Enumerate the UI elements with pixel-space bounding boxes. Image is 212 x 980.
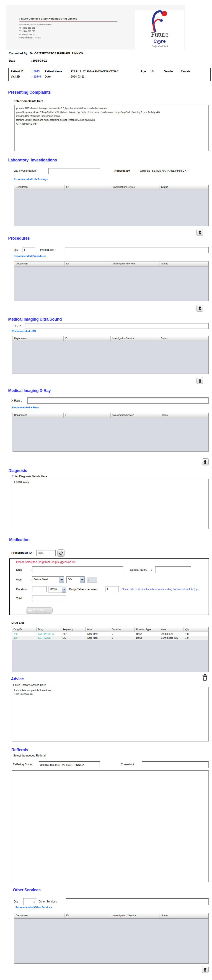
col-department: Department bbox=[13, 413, 64, 418]
referring-doctor-input[interactable] bbox=[39, 761, 100, 768]
drug-list-title: Drug List bbox=[11, 621, 24, 624]
logo-care-c: C bbox=[153, 38, 157, 44]
add-drug-button[interactable]: Add Drug bbox=[26, 607, 53, 614]
duration-input[interactable] bbox=[32, 586, 47, 592]
consultation-report-page: Future Care by Future Holdings (Pty) Lim… bbox=[0, 0, 212, 980]
col-department: Department bbox=[14, 261, 65, 266]
drug-row[interactable]: 760 AMOXYCILLIN BID After Meal 5 Day/s 5… bbox=[12, 632, 208, 636]
per-meal-input[interactable] bbox=[106, 586, 119, 592]
col-status: Status bbox=[159, 413, 208, 418]
complaints-subtitle: Enter Complaints Here bbox=[14, 100, 43, 103]
xray-delete-button[interactable] bbox=[202, 458, 209, 465]
col-id: ID bbox=[64, 336, 111, 341]
gender-cell: Gender:Female bbox=[164, 70, 190, 73]
consultant-input[interactable] bbox=[142, 761, 209, 768]
decimal-note: Please add as decimal numbers when addin… bbox=[122, 588, 202, 590]
patient-name-value: AYLAH LUCIANNA ANDIANNA CESAR bbox=[71, 70, 119, 73]
uss-input[interactable] bbox=[25, 323, 209, 329]
procedures-input[interactable] bbox=[65, 247, 209, 253]
col-investigation-service: Investigation/Service bbox=[111, 185, 160, 189]
advice-textarea[interactable]: 1. complete last prednisolone dose 2. D/… bbox=[12, 687, 209, 741]
col-status: Status bbox=[159, 336, 208, 341]
recommended-other-services-link[interactable]: Recommended Other Services bbox=[16, 906, 52, 908]
drug-input[interactable] bbox=[32, 566, 123, 573]
drug-label: Drug bbox=[16, 568, 22, 571]
consulted-by-row: Consulted By : Dr. ORITSETSETOS RAPHAEL … bbox=[9, 52, 84, 55]
xray-title: Medical Imaging X-Ray bbox=[8, 388, 51, 393]
plus-circle-icon bbox=[28, 609, 32, 612]
header-panel: Future Care by Future Holdings (Pty) Lim… bbox=[6, 5, 185, 49]
colon: : bbox=[31, 597, 32, 600]
company-title: Future Care by Future Holdings (Pty) Lim… bbox=[19, 17, 77, 20]
col-drug: Drug bbox=[37, 627, 61, 632]
special-notes-label: Special Notes bbox=[130, 568, 147, 571]
special-notes-input[interactable] bbox=[155, 566, 191, 573]
lab-delete-button[interactable] bbox=[196, 229, 203, 236]
xrays-input[interactable] bbox=[27, 398, 209, 404]
trash-icon bbox=[204, 460, 207, 464]
other-table-body bbox=[14, 919, 208, 963]
uss-label: USS : bbox=[14, 325, 21, 328]
recommended-procedures-link[interactable]: Recommended Procedures bbox=[14, 255, 46, 258]
lab-table-header: Department ID Investigation/Service Stat… bbox=[14, 185, 208, 190]
frequency-select-value: OD bbox=[67, 577, 80, 583]
col-qty: Qty bbox=[184, 627, 208, 632]
consultation-date: 2024-03-11 bbox=[32, 59, 47, 62]
referral-list-box[interactable] bbox=[12, 770, 209, 882]
age-cell: Age:0 bbox=[141, 70, 154, 73]
diagnosis-textarea[interactable]: 1. URTI, Atopy bbox=[12, 479, 209, 529]
consultation-date-row: Date: 2024-03-11 bbox=[9, 59, 47, 62]
refresh-prescription-button[interactable] bbox=[58, 549, 64, 557]
col-duration-type: Duration Type bbox=[135, 627, 159, 632]
referrals-title: Refferals bbox=[11, 748, 28, 752]
colon: : bbox=[151, 568, 152, 571]
procedures-delete-button[interactable] bbox=[196, 305, 203, 312]
col-id: ID bbox=[65, 261, 111, 266]
recommended-xrays-link[interactable]: Recommended X-Rays bbox=[12, 406, 39, 409]
col-investigation-service: Investigation/Service bbox=[111, 336, 159, 341]
complaints-textarea[interactable]: pt seen, FBC showed deranged eosinophils… bbox=[14, 105, 209, 151]
frequency-select[interactable]: OD bbox=[66, 576, 85, 583]
prescription-id-input[interactable] bbox=[37, 550, 56, 556]
uss-delete-button[interactable] bbox=[196, 377, 203, 384]
lab-investigation-input[interactable] bbox=[48, 168, 100, 174]
drug-table-header: Drug ID Drug Fequency Way Duration Durat… bbox=[12, 627, 208, 632]
recommended-uss-link[interactable]: Recommended USS bbox=[12, 330, 36, 332]
uss-table: Department ID Investigation/Service Stat… bbox=[13, 336, 209, 374]
col-drug-id: Drug ID bbox=[12, 627, 37, 632]
logo-care-re: re bbox=[161, 38, 166, 44]
patient-id-cell: Patient ID:5643 bbox=[11, 70, 40, 73]
company-logo: Future C♥re Body Mind Soul bbox=[135, 10, 184, 49]
col-investigation-service: Investigation/Service bbox=[111, 413, 159, 418]
col-duration: Duration bbox=[110, 627, 135, 632]
drug-row[interactable]: 300 CETRIZINE OD After Meal 6 Day/s 2.5m… bbox=[12, 636, 208, 640]
other-qty-label: Qty : bbox=[14, 900, 19, 903]
other-qty-input[interactable] bbox=[23, 898, 36, 905]
advice-title: Advice bbox=[11, 677, 24, 681]
col-status: Status bbox=[160, 261, 208, 266]
col-status: Status bbox=[160, 913, 208, 918]
patient-info-box: Patient ID:5643 Patient Name:AYLAH LUCIA… bbox=[8, 68, 211, 81]
meal-select[interactable]: Before Meal bbox=[32, 576, 64, 583]
other-services-delete-button[interactable] bbox=[202, 966, 209, 973]
recommended-lab-testings-link[interactable]: Recommended Lab Testings bbox=[14, 178, 48, 181]
add-drug-label: Add Drug bbox=[34, 609, 47, 612]
visit-date-cell: Date:2024-03-11 bbox=[45, 75, 85, 78]
visit-date-value: 2024-03-11 bbox=[71, 75, 85, 78]
duration-label: Duration : bbox=[16, 588, 28, 591]
total-input[interactable] bbox=[32, 595, 66, 602]
way-label: Way bbox=[16, 578, 22, 581]
procedures-qty-input[interactable] bbox=[22, 247, 35, 253]
col-department: Department bbox=[13, 336, 64, 341]
xray-table: Department ID Investigation/Service Stat… bbox=[13, 413, 209, 452]
advice-delete-button[interactable] bbox=[202, 674, 208, 681]
drug-table-filler bbox=[12, 640, 208, 672]
visit-id-cell: Visit ID:11546 bbox=[11, 75, 41, 78]
medication-title: Medication bbox=[9, 538, 29, 542]
duration-unit-select[interactable]: Day/s bbox=[48, 586, 66, 593]
lab-table-body bbox=[14, 190, 208, 226]
age-value: 0 bbox=[152, 70, 154, 73]
date-label: Date bbox=[9, 59, 31, 62]
other-services-input[interactable] bbox=[66, 898, 209, 905]
drug-list-table: Drug ID Drug Fequency Way Duration Durat… bbox=[12, 627, 209, 672]
